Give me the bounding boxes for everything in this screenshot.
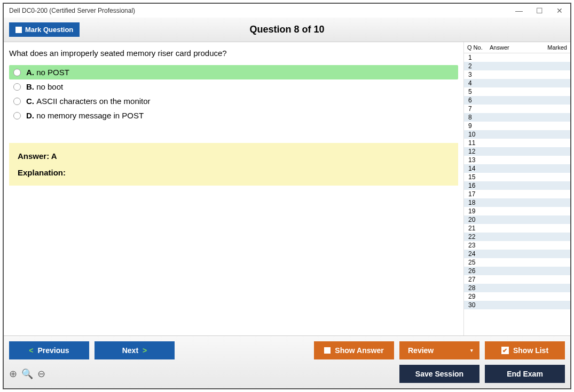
footer-right-buttons: Save Session End Exam — [399, 365, 565, 383]
list-row[interactable]: 18 — [464, 198, 570, 207]
option-a[interactable]: A. no POST — [9, 65, 458, 79]
list-row[interactable]: 21 — [464, 224, 570, 233]
col-answer: Answer — [490, 44, 540, 51]
end-exam-label: End Exam — [507, 370, 543, 378]
option-text: D. no memory message in POST — [26, 111, 144, 120]
show-list-button[interactable]: ✔ Show List — [485, 341, 565, 359]
options-list: A. no POSTB. no bootC. ASCII characters … — [9, 65, 458, 123]
show-list-label: Show List — [513, 346, 548, 355]
checkbox-icon — [15, 27, 22, 33]
body: What does an improperly seated memory ri… — [4, 42, 570, 335]
zoom-reset-icon[interactable]: 🔍 — [21, 368, 33, 380]
list-row[interactable]: 9 — [464, 122, 570, 130]
zoom-out-icon[interactable]: ⊖ — [37, 368, 45, 380]
list-row[interactable]: 15 — [464, 173, 570, 181]
radio-icon — [13, 69, 21, 76]
list-row[interactable]: 12 — [464, 147, 570, 156]
show-answer-button[interactable]: Show Answer — [314, 341, 394, 359]
checkbox-icon — [324, 347, 331, 354]
previous-button[interactable]: < Previous — [9, 341, 89, 359]
list-row[interactable]: 10 — [464, 130, 570, 139]
list-row[interactable]: 26 — [464, 267, 570, 275]
show-answer-label: Show Answer — [335, 346, 383, 355]
list-row[interactable]: 7 — [464, 105, 570, 113]
titlebar: Dell DC0-200 (Certified Server Professio… — [4, 4, 570, 18]
mark-question-button[interactable]: Mark Question — [9, 22, 80, 37]
list-row[interactable]: 13 — [464, 156, 570, 164]
option-text: B. no boot — [26, 82, 63, 91]
list-row[interactable]: 22 — [464, 233, 570, 241]
question-list-sidebar: Q No. Answer Marked 12345678910111213141… — [463, 42, 570, 335]
footer: < Previous Next > Show Answer Review ▾ ✔… — [4, 335, 570, 388]
minimize-icon[interactable]: — — [514, 6, 524, 15]
main-panel: What does an improperly seated memory ri… — [4, 42, 463, 335]
explanation-label: Explanation: — [18, 168, 450, 177]
question-text: What does an improperly seated memory ri… — [9, 49, 458, 58]
radio-icon — [13, 98, 21, 105]
footer-row-1: < Previous Next > Show Answer Review ▾ ✔… — [9, 341, 565, 359]
list-row[interactable]: 19 — [464, 207, 570, 215]
list-row[interactable]: 17 — [464, 190, 570, 198]
option-d[interactable]: D. no memory message in POST — [9, 108, 458, 123]
list-row[interactable]: 11 — [464, 139, 570, 147]
list-body[interactable]: 1234567891011121314151617181920212223242… — [464, 53, 570, 335]
list-row[interactable]: 6 — [464, 96, 570, 105]
zoom-controls: ⊕ 🔍 ⊖ — [9, 368, 45, 380]
list-row[interactable]: 2 — [464, 62, 570, 70]
list-row[interactable]: 27 — [464, 275, 570, 284]
app-window: Dell DC0-200 (Certified Server Professio… — [3, 3, 571, 389]
option-letter: C. — [26, 97, 36, 106]
question-counter: Question 8 of 10 — [249, 24, 324, 35]
save-session-label: Save Session — [415, 370, 463, 378]
list-row[interactable]: 24 — [464, 250, 570, 258]
list-row[interactable]: 14 — [464, 164, 570, 173]
chevron-right-icon: > — [143, 346, 147, 355]
option-c[interactable]: C. ASCII characters on the monitor — [9, 94, 458, 108]
list-row[interactable]: 8 — [464, 113, 570, 122]
zoom-in-icon[interactable]: ⊕ — [9, 368, 17, 380]
next-button[interactable]: Next > — [95, 341, 175, 359]
list-header: Q No. Answer Marked — [464, 42, 570, 53]
list-row[interactable]: 1 — [464, 53, 570, 62]
option-text: A. no POST — [26, 68, 69, 77]
list-row[interactable]: 30 — [464, 301, 570, 309]
chevron-left-icon: < — [29, 346, 33, 355]
mark-question-label: Mark Question — [25, 26, 73, 34]
header-bar: Mark Question Question 8 of 10 — [4, 18, 570, 42]
maximize-icon[interactable]: ☐ — [534, 6, 545, 15]
col-qno: Q No. — [467, 44, 490, 51]
option-text: C. ASCII characters on the monitor — [26, 97, 151, 106]
col-marked: Marked — [540, 44, 567, 51]
previous-label: Previous — [38, 346, 69, 355]
list-row[interactable]: 5 — [464, 87, 570, 96]
review-button[interactable]: Review ▾ — [399, 341, 479, 359]
close-icon[interactable]: ✕ — [554, 6, 565, 15]
option-b[interactable]: B. no boot — [9, 79, 458, 94]
save-session-button[interactable]: Save Session — [399, 365, 479, 383]
review-label: Review — [408, 346, 434, 355]
radio-icon — [13, 112, 21, 119]
window-controls: — ☐ ✕ — [514, 6, 565, 15]
radio-icon — [13, 83, 21, 91]
list-row[interactable]: 20 — [464, 215, 570, 224]
list-row[interactable]: 23 — [464, 241, 570, 250]
window-title: Dell DC0-200 (Certified Server Professio… — [9, 7, 135, 14]
answer-box: Answer: A Explanation: — [9, 143, 458, 186]
end-exam-button[interactable]: End Exam — [485, 365, 565, 383]
option-letter: B. — [26, 82, 36, 91]
footer-row-2: ⊕ 🔍 ⊖ Save Session End Exam — [9, 365, 565, 383]
option-letter: A. — [26, 68, 36, 77]
checkbox-checked-icon: ✔ — [501, 347, 509, 354]
option-letter: D. — [26, 111, 36, 120]
list-row[interactable]: 25 — [464, 258, 570, 267]
list-row[interactable]: 16 — [464, 181, 570, 190]
chevron-down-icon: ▾ — [470, 348, 473, 353]
list-row[interactable]: 4 — [464, 79, 570, 87]
list-row[interactable]: 29 — [464, 292, 570, 301]
answer-label: Answer: A — [18, 151, 450, 161]
next-label: Next — [122, 346, 138, 355]
list-row[interactable]: 3 — [464, 70, 570, 79]
list-row[interactable]: 28 — [464, 284, 570, 292]
